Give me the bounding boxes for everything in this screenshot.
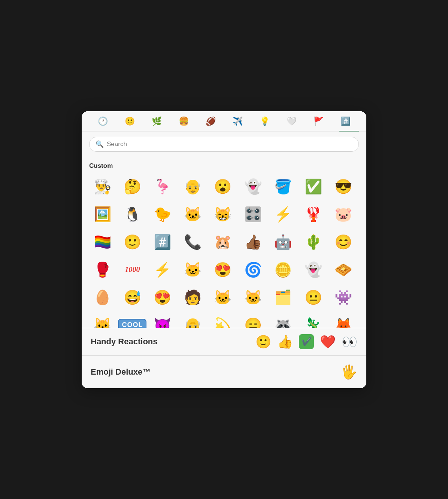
emoji-photo[interactable]: 🖼️ [89, 201, 115, 227]
emoji-deluxe-bar: Emoji Deluxe™ 🖐️ [82, 356, 366, 388]
tab-bar: 🕐 🙂 🌿 🍔 🏈 ✈️ 💡 🤍 🚩 #️⃣ [82, 111, 366, 131]
emoji-verified[interactable]: ✅ [300, 173, 326, 200]
emoji-dizzy[interactable]: 💫 [210, 312, 236, 328]
emoji-lobster[interactable]: 🦞 [300, 201, 326, 227]
tab-food[interactable]: 🍔 [170, 117, 197, 131]
emoji-cat2[interactable]: 🐱 [210, 284, 236, 311]
cool-text: COOL [118, 319, 146, 328]
emoji-phone[interactable]: 📞 [179, 229, 206, 255]
handy-emoji-check[interactable]: ✔️ [299, 334, 314, 349]
emoji-old-man[interactable]: 👴 [179, 173, 206, 200]
emoji-pink-thing[interactable]: 🦩 [149, 173, 176, 200]
search-box[interactable]: 🔍 [89, 137, 359, 152]
emoji-thinking[interactable]: 🤔 [119, 173, 145, 200]
tab-tags[interactable]: #️⃣ [332, 117, 359, 131]
search-area: 🔍 [82, 131, 366, 155]
emoji-heart-eyes[interactable]: 😍 [210, 257, 236, 283]
emoji-waffle[interactable]: 🧇 [330, 257, 357, 283]
emoji-penguin[interactable]: 🐧 [119, 201, 145, 227]
emoji-smile[interactable]: 🙂 [119, 229, 145, 255]
emoji-cool-badge[interactable]: COOL [119, 312, 145, 328]
tab-travel[interactable]: ✈️ [224, 117, 251, 131]
emoji-egg[interactable]: 🥚 [89, 284, 115, 311]
emoji-hamster[interactable]: 🐹 [210, 229, 236, 255]
emoji-robot[interactable]: 🤖 [270, 229, 296, 255]
hand-wave-emoji[interactable]: 🖐️ [340, 364, 357, 380]
tab-sports[interactable]: 🏈 [197, 117, 224, 131]
emoji-cactus[interactable]: 🌵 [300, 229, 326, 255]
handy-emoji-eyes[interactable]: 👀 [342, 334, 357, 349]
emoji-grumpy-cat[interactable]: 🐱 [89, 312, 115, 328]
emoji-cat-art[interactable]: 🐱 [179, 257, 206, 283]
emoji-hashtag-art[interactable]: #️⃣ [149, 229, 176, 255]
emoji-chef[interactable]: 👨‍🍳 [89, 173, 115, 200]
emoji-tweety[interactable]: 🐤 [149, 201, 176, 227]
emoji-rainbow-flag[interactable]: 🏳️‍🌈 [89, 229, 115, 255]
handy-reactions-label: Handy Reactions [91, 337, 249, 347]
emoji-surprised[interactable]: 😮 [210, 173, 236, 200]
search-input[interactable] [107, 140, 352, 148]
emoji-happy-ball[interactable]: 😊 [330, 229, 357, 255]
emoji-cheshire[interactable]: 😸 [210, 201, 236, 227]
emoji-homer[interactable]: 😅 [119, 284, 145, 311]
emoji-bucket[interactable]: 🪣 [270, 173, 296, 200]
emoji-picker: 🕐 🙂 🌿 🍔 🏈 ✈️ 💡 🤍 🚩 #️⃣ 🔍 Custom 👨‍🍳 🤔 🦩 … [82, 111, 366, 388]
emoji-boxing[interactable]: 🥊 [89, 257, 115, 283]
emoji-pig[interactable]: 🐷 [330, 201, 357, 227]
emoji-controls[interactable]: 🎛️ [240, 201, 266, 227]
emoji-pikachu[interactable]: ⚡ [270, 201, 296, 227]
handy-emoji-heart[interactable]: ❤️ [320, 334, 336, 349]
emoji-hello-kitty[interactable]: 🐱 [240, 284, 266, 311]
emoji-heart-eyes2[interactable]: 😍 [149, 284, 176, 311]
handy-emoji-thumbs[interactable]: 👍 [277, 334, 293, 349]
tab-nature[interactable]: 🌿 [143, 117, 170, 131]
emoji-bb8[interactable]: 🌀 [240, 257, 266, 283]
emoji-ghost2[interactable]: 👻 [300, 257, 326, 283]
emoji-burns[interactable]: 👴 [179, 312, 206, 328]
emoji-unamused2[interactable]: 😑 [240, 312, 266, 328]
emoji-scroll-area[interactable]: Custom 👨‍🍳 🤔 🦩 👴 😮 👻 🪣 ✅ 😎 🖼️ 🐧 🐤 🐱 😸 🎛️… [82, 155, 366, 328]
emoji-grid-custom: 👨‍🍳 🤔 🦩 👴 😮 👻 🪣 ✅ 😎 🖼️ 🐧 🐤 🐱 😸 🎛️ ⚡ 🦞 🐷 … [89, 173, 359, 328]
handy-reactions-bar: Handy Reactions 🙂 👍 ✔️ ❤️ 👀 [82, 328, 366, 355]
emoji-mario[interactable]: 👾 [330, 284, 357, 311]
emoji-deluxe-label: Emoji Deluxe™ [91, 367, 340, 377]
emoji-fox[interactable]: 🦊 [330, 312, 357, 328]
emoji-thumbs-brown[interactable]: 👍🏾 [240, 229, 266, 255]
emoji-1000[interactable]: 1000 [119, 257, 145, 283]
handy-emoji-smile[interactable]: 🙂 [255, 334, 271, 349]
tab-objects[interactable]: 💡 [251, 117, 278, 131]
emoji-raptor[interactable]: 🦎 [300, 312, 326, 328]
tab-smileys[interactable]: 🙂 [116, 117, 143, 131]
emoji-devil[interactable]: 😈 [149, 312, 176, 328]
emoji-bitcoin[interactable]: 🪙 [270, 257, 296, 283]
emoji-raccoon[interactable]: 🦝 [270, 312, 296, 328]
emoji-ghostbuster[interactable]: 👻 [240, 173, 266, 200]
emoji-sunglasses[interactable]: 😎 [330, 173, 357, 200]
tab-symbols[interactable]: 🤍 [278, 117, 305, 131]
emoji-person[interactable]: 🧑 [179, 284, 206, 311]
emoji-unamused[interactable]: 😐 [300, 284, 326, 311]
emoji-flash[interactable]: ⚡ [149, 257, 176, 283]
emoji-sheets[interactable]: 🗂️ [270, 284, 296, 311]
custom-section-label: Custom [89, 162, 359, 170]
tab-recent[interactable]: 🕐 [89, 117, 116, 131]
tab-flags[interactable]: 🚩 [305, 117, 332, 131]
search-icon: 🔍 [96, 140, 104, 148]
emoji-cat-tie[interactable]: 🐱 [179, 201, 206, 227]
